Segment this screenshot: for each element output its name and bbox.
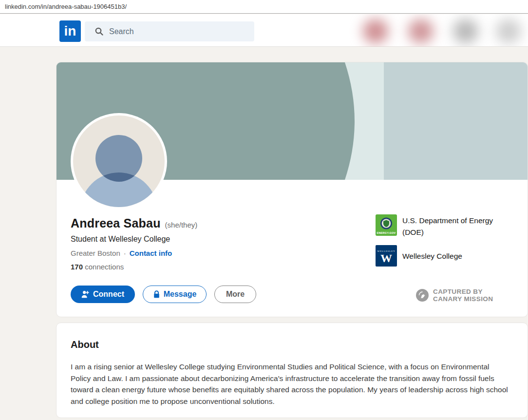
about-section-text: I am a rising senior at Wellesley Colleg… bbox=[71, 361, 509, 407]
location-separator: · bbox=[124, 249, 126, 257]
person-add-icon bbox=[81, 290, 90, 298]
profile-headline: Student at Wellesley College bbox=[71, 235, 300, 244]
wellesley-logo: WELLESLEY W bbox=[376, 245, 397, 267]
profile-action-buttons: Connect Message More bbox=[71, 286, 256, 303]
profile-pronouns: (she/they) bbox=[165, 221, 198, 229]
search-icon bbox=[95, 27, 103, 36]
more-button[interactable]: More bbox=[214, 286, 256, 303]
about-card: About I am a rising senior at Wellesley … bbox=[56, 323, 528, 418]
blurred-nav-icon bbox=[453, 19, 478, 43]
affiliation-wellesley-name: Wellesley College bbox=[402, 250, 462, 262]
affiliation-wellesley[interactable]: WELLESLEY W Wellesley College bbox=[376, 245, 517, 267]
canary-mission-icon bbox=[416, 289, 429, 302]
linkedin-top-nav: in bbox=[0, 14, 528, 47]
message-button-label: Message bbox=[164, 290, 197, 299]
profile-name: Andreea Sabau bbox=[71, 216, 161, 230]
profile-card: Andreea Sabau (she/they) Student at Well… bbox=[56, 62, 528, 317]
affiliations-list: ENERGY.GOV U.S. Department of Energy (DO… bbox=[376, 214, 517, 273]
affiliation-doe-name: U.S. Department of Energy (DOE) bbox=[402, 214, 509, 238]
connections-label[interactable]: connections bbox=[85, 263, 124, 271]
connect-button[interactable]: Connect bbox=[71, 286, 135, 303]
profile-location: Greater Boston bbox=[71, 249, 120, 257]
message-button[interactable]: Message bbox=[143, 286, 207, 303]
doe-logo-label: ENERGY.GOV bbox=[377, 231, 396, 234]
default-avatar-icon bbox=[71, 113, 167, 210]
search-bar[interactable] bbox=[85, 21, 254, 41]
blurred-nav-icon bbox=[496, 19, 521, 43]
affiliation-doe[interactable]: ENERGY.GOV U.S. Department of Energy (DO… bbox=[376, 214, 517, 238]
about-section-title: About bbox=[71, 339, 99, 350]
blurred-nav-icon bbox=[408, 19, 434, 43]
more-button-label: More bbox=[226, 290, 245, 299]
connect-button-label: Connect bbox=[93, 290, 124, 299]
profile-photo[interactable] bbox=[71, 113, 167, 210]
connections-count: 170 bbox=[71, 263, 83, 271]
doe-logo: ENERGY.GOV bbox=[376, 214, 397, 236]
canary-mission-watermark: CAPTURED BY CANARY MISSION bbox=[416, 288, 493, 303]
profile-identity: Andreea Sabau (she/they) Student at Well… bbox=[71, 216, 300, 271]
watermark-line2: CANARY MISSION bbox=[433, 295, 493, 303]
lock-icon bbox=[153, 290, 160, 298]
blurred-nav-icon bbox=[363, 19, 388, 43]
watermark-line1: CAPTURED BY bbox=[433, 288, 493, 295]
nav-icons-blurred bbox=[341, 14, 528, 47]
contact-info-link[interactable]: Contact info bbox=[130, 249, 172, 257]
linkedin-logo[interactable]: in bbox=[59, 20, 81, 42]
wellesley-logo-monogram: W bbox=[380, 252, 392, 265]
linkedin-logo-text: in bbox=[64, 23, 76, 39]
browser-address-bar[interactable]: linkedin.com/in/andreea-sabau-1906451b3/ bbox=[0, 0, 528, 14]
page-url[interactable]: linkedin.com/in/andreea-sabau-1906451b3/ bbox=[0, 3, 127, 10]
search-input[interactable] bbox=[109, 27, 236, 36]
